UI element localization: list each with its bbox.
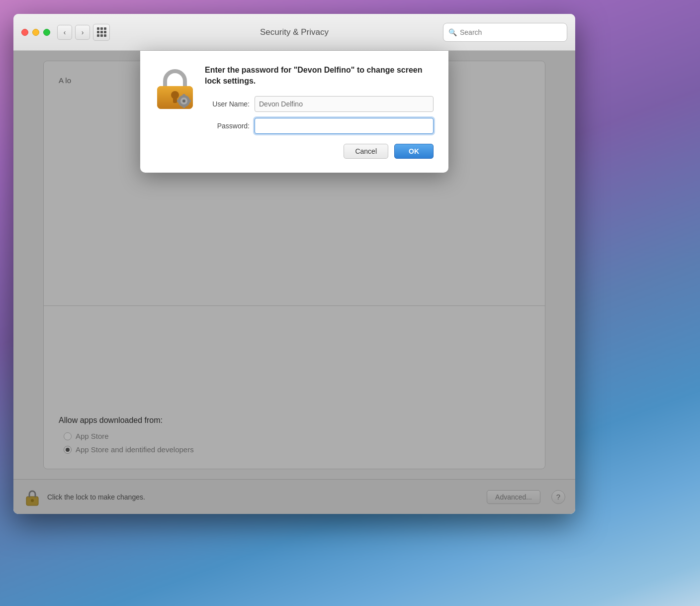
search-input[interactable] [460,28,562,36]
modal-inner: Enter the password for "Devon Delfino" t… [155,65,434,159]
password-input[interactable] [255,118,434,134]
minimize-button[interactable] [32,29,39,36]
window-title: Security & Privacy [260,27,329,37]
close-button[interactable] [21,29,28,36]
username-input[interactable] [255,96,434,112]
modal-buttons: Cancel OK [205,144,434,159]
modal-content: Enter the password for "Devon Delfino" t… [205,65,434,159]
back-icon: ‹ [64,28,66,36]
cancel-button[interactable]: Cancel [344,144,388,159]
main-window: ‹ › Security & Privacy 🔍 A lo Allow ap [13,14,575,514]
search-box[interactable]: 🔍 [443,23,567,42]
username-label: User Name: [205,100,255,108]
svg-point-8 [182,100,185,102]
username-row: User Name: [205,96,434,112]
svg-rect-12 [189,100,191,102]
svg-rect-10 [183,106,185,108]
maximize-button[interactable] [43,29,50,36]
ok-button[interactable]: OK [394,144,434,159]
svg-rect-11 [177,100,179,102]
password-row: Password: [205,118,434,134]
lock-icon-large [155,67,195,112]
svg-rect-9 [183,94,185,96]
titlebar: ‹ › Security & Privacy 🔍 [13,14,575,51]
modal-title: Enter the password for "Devon Delfino" t… [205,65,434,87]
search-icon: 🔍 [448,28,457,36]
nav-buttons: ‹ › [57,25,90,40]
svg-rect-5 [173,97,177,103]
password-label: Password: [205,122,255,130]
back-button[interactable]: ‹ [57,25,72,40]
traffic-lights [21,29,50,36]
forward-button[interactable]: › [75,25,90,40]
grid-icon [97,27,106,37]
forward-icon: › [82,28,84,36]
password-dialog: Enter the password for "Devon Delfino" t… [140,51,448,173]
grid-button[interactable] [93,24,110,41]
